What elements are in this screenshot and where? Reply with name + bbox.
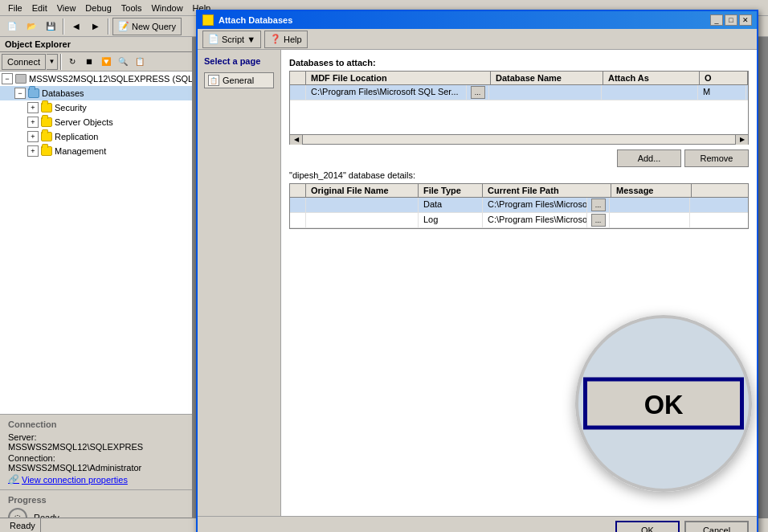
tree-server-node[interactable]: − MSSWSS2MSQL12\SQLEXPRESS (SQL S	[0, 72, 192, 86]
dialog-close-btn[interactable]: ✕	[739, 14, 752, 26]
dialog-footer: OK Cancel	[198, 516, 757, 532]
toolbar-new[interactable]: 📄	[3, 18, 21, 35]
details-cell-curpath-0: C:\Program Files\Microso...	[483, 198, 587, 212]
details-row-1[interactable]: Log C:\Program Files\Microso... ...	[290, 213, 748, 228]
server-objects-expand-icon[interactable]: +	[27, 117, 39, 128]
oe-filter-btn[interactable]: 🔽	[98, 54, 114, 70]
details-header: Original File Name File Type Current Fil…	[290, 184, 748, 198]
dialog-title-icon	[202, 14, 214, 26]
dialog-titlebar: Attach Databases _ □ ✕	[198, 11, 757, 29]
remove-button[interactable]: Remove	[684, 149, 749, 167]
management-label: Management	[55, 146, 106, 156]
col-owner: O	[700, 72, 748, 84]
col-attachas: Attach As	[603, 72, 700, 84]
details-col-msg: Message	[611, 184, 692, 197]
oe-stop-btn[interactable]: ⏹	[81, 54, 97, 70]
curpath-browse-btn-1[interactable]: ...	[591, 214, 606, 227]
connection-server-value: MSSWSS2MSQL12\SQLEXPRES	[8, 442, 143, 452]
oe-search-btn[interactable]: 🔍	[115, 54, 131, 70]
server-expand-icon[interactable]: −	[2, 73, 13, 84]
add-remove-buttons: Add... Remove	[289, 149, 749, 167]
menu-tools[interactable]: Tools	[116, 2, 147, 14]
menu-edit[interactable]: Edit	[27, 2, 52, 14]
new-query-label: New Query	[132, 22, 176, 31]
toolbar-forward[interactable]: ▶	[87, 18, 104, 35]
scroll-left-btn[interactable]: ◀	[290, 135, 303, 145]
object-explorer-toolbar: Connect ▼ ↻ ⏹ 🔽 🔍 📋	[0, 52, 192, 72]
tree-databases-node[interactable]: − Databases	[0, 86, 192, 100]
cell-mdf-btn-0[interactable]: ...	[467, 85, 489, 100]
replication-folder-icon	[40, 130, 53, 143]
mdf-browse-btn[interactable]: ...	[471, 86, 485, 99]
ok-button[interactable]: OK	[615, 521, 680, 533]
replication-expand-icon[interactable]: +	[27, 131, 39, 142]
new-query-button[interactable]: 📝 New Query	[112, 18, 182, 35]
dialog-body: Select a page 📋 General Databases to att…	[198, 50, 757, 516]
cell-owner-0: M	[698, 85, 746, 100]
menu-file[interactable]: File	[3, 2, 27, 14]
help-label: Help	[284, 35, 302, 44]
new-query-icon: 📝	[118, 21, 129, 31]
cell-dbname-0	[489, 85, 602, 100]
connection-title: Connection	[8, 419, 184, 429]
menu-debug[interactable]: Debug	[80, 2, 116, 14]
page-general[interactable]: 📋 General	[204, 72, 274, 88]
status-text: Ready	[5, 518, 41, 532]
view-connection-properties-link[interactable]: 🔗 View connection properties	[8, 474, 184, 485]
toolbar-back[interactable]: ◀	[67, 18, 85, 35]
details-col-orig: Original File Name	[306, 184, 419, 197]
details-cell-curpath-1: C:\Program Files\Microso...	[483, 213, 587, 227]
dialog-controls: _ □ ✕	[710, 14, 752, 26]
dialog-maximize-btn[interactable]: □	[725, 14, 737, 26]
help-button[interactable]: ❓ Help	[264, 31, 308, 48]
server-label: MSSWSS2MSQL12\SQLEXPRESS (SQL S	[29, 74, 192, 84]
add-button[interactable]: Add...	[617, 149, 681, 167]
tree-management-node[interactable]: + Management	[0, 144, 192, 158]
oe-refresh-btn[interactable]: ↻	[64, 54, 80, 70]
curpath-browse-btn-0[interactable]: ...	[591, 198, 606, 211]
grid-scrollbar[interactable]: ◀ ▶	[289, 135, 749, 145]
progress-title: Progress	[8, 495, 184, 505]
details-cell-curpath-btn-1[interactable]: ...	[587, 213, 610, 227]
details-cell-curpath-btn-0[interactable]: ...	[587, 198, 610, 212]
script-dropdown-icon: ▼	[247, 35, 255, 44]
connection-conn-value: MSSWSS2MSQL12\Administrator	[8, 463, 141, 473]
databases-expand-icon[interactable]: −	[14, 88, 26, 99]
menu-view[interactable]: View	[52, 2, 81, 14]
toolbar-sep2	[108, 18, 109, 35]
toolbar-save[interactable]: 💾	[42, 18, 59, 35]
details-row-0[interactable]: Data C:\Program Files\Microso... ...	[290, 198, 748, 213]
dialog-toolbar: 📄 Script ▼ ❓ Help	[198, 29, 757, 50]
grid-row-0[interactable]: C:\Program Files\Microsoft SQL Ser... ..…	[290, 85, 748, 100]
tree-security-node[interactable]: + Security	[0, 100, 192, 115]
cell-check-0	[290, 85, 306, 100]
script-button[interactable]: 📄 Script ▼	[202, 31, 261, 48]
details-cell-check-0	[290, 198, 306, 212]
tree-server-objects-node[interactable]: + Server Objects	[0, 115, 192, 129]
security-expand-icon[interactable]: +	[27, 102, 39, 113]
cancel-button[interactable]: Cancel	[684, 521, 749, 533]
server-objects-label: Server Objects	[55, 117, 113, 127]
view-properties-label: View connection properties	[22, 475, 128, 485]
link-icon: 🔗	[8, 474, 19, 485]
oe-properties-btn[interactable]: 📋	[132, 54, 148, 70]
toolbar-open[interactable]: 📂	[22, 18, 40, 35]
toolbar-sep1	[63, 18, 64, 35]
databases-grid: MDF File Location Database Name Attach A…	[289, 71, 749, 135]
management-expand-icon[interactable]: +	[27, 145, 39, 157]
connect-button[interactable]: Connect	[2, 54, 46, 70]
scroll-right-btn[interactable]: ▶	[735, 135, 748, 145]
connection-conn-label: Connection: MSSWSS2MSQL12\Administrator	[8, 453, 184, 473]
dialog-right-content: Databases to attach: MDF File Location D…	[281, 50, 757, 516]
script-icon: 📄	[208, 34, 219, 44]
connect-dropdown[interactable]: ▼	[47, 54, 58, 70]
db-details-label: "dipesh_2014" database details:	[289, 170, 749, 180]
menu-window[interactable]: Window	[146, 2, 187, 14]
tree-replication-node[interactable]: + Replication	[0, 129, 192, 144]
dialog-minimize-btn[interactable]: _	[710, 14, 723, 26]
select-page-label: Select a page	[204, 56, 274, 66]
object-explorer-title: Object Explorer	[0, 37, 192, 52]
oe-sep1	[60, 54, 62, 70]
details-cell-orig-1	[306, 213, 419, 227]
grid-header: MDF File Location Database Name Attach A…	[290, 72, 748, 85]
